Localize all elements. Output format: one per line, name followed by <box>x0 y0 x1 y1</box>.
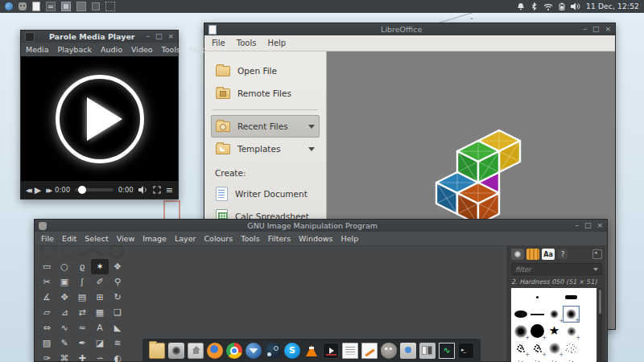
open-file-button[interactable]: Open File <box>211 60 320 82</box>
taskbar-files-app-icon[interactable] <box>5 2 13 10</box>
patterns-tab[interactable] <box>526 249 539 260</box>
dock-chrome[interactable] <box>226 343 242 359</box>
dodge-burn-tool[interactable]: ◐ <box>109 351 126 362</box>
dock-system-monitor[interactable] <box>439 343 455 359</box>
zoom-tool[interactable]: ⚲ <box>109 274 126 290</box>
ink-tool[interactable]: ✑ <box>38 351 56 362</box>
menu-item[interactable]: Tools <box>241 234 259 243</box>
free-select-tool[interactable]: ϱ <box>73 259 91 274</box>
notifications-bell-icon[interactable] <box>517 2 525 10</box>
dock-text-editor[interactable] <box>361 343 378 359</box>
heal-tool[interactable]: ✚ <box>73 351 91 362</box>
wave-tool[interactable]: ≈ <box>73 320 91 335</box>
brush-splatter-05[interactable] <box>563 356 580 362</box>
brush-filter-input[interactable]: filter <box>511 263 602 275</box>
menu-item[interactable]: Tools <box>162 45 180 54</box>
menu-item[interactable]: Audio <box>101 45 122 54</box>
taskbar-image-viewer-icon[interactable] <box>61 2 71 11</box>
airbrush-tool[interactable]: ≋ <box>109 335 126 351</box>
menu-button[interactable] <box>166 186 173 195</box>
dock-parole[interactable] <box>323 343 339 359</box>
brush-acrylic-01[interactable] <box>563 323 580 339</box>
help-tab[interactable]: ? <box>557 249 568 260</box>
dock-menu-button[interactable] <box>592 249 602 259</box>
menu-item[interactable]: File <box>212 39 225 47</box>
gimp-titlebar[interactable]: GNU Image Manipulation Program – □ × <box>35 220 607 232</box>
paths-tool[interactable]: ʃ <box>73 274 91 290</box>
shear-tool[interactable]: ▱ <box>38 305 56 320</box>
dock-firefox[interactable] <box>207 343 223 359</box>
fuzzy-select-tool[interactable]: ✶ <box>91 259 109 274</box>
volume-icon[interactable] <box>571 2 580 10</box>
dock-steam[interactable] <box>265 343 281 359</box>
brush-hardness-025[interactable] <box>546 306 563 323</box>
clone-tool[interactable]: ⌘ <box>56 351 73 362</box>
recent-files-button[interactable]: Recent Files <box>211 115 320 138</box>
seek-slider[interactable] <box>75 188 114 191</box>
menu-item[interactable]: Help <box>341 234 359 243</box>
brush-hardness-075[interactable] <box>512 323 529 339</box>
wifi-icon[interactable] <box>543 3 553 10</box>
cage-transform-tool[interactable]: ▦ <box>91 305 109 320</box>
brush-line[interactable] <box>529 306 546 323</box>
warp-transform-tool[interactable]: ∿ <box>56 320 73 335</box>
brush-acrylic-03[interactable] <box>529 339 546 356</box>
select-by-color-tool[interactable]: ❖ <box>109 259 126 274</box>
dock-home-folder[interactable] <box>188 343 204 359</box>
menu-item[interactable]: Image <box>142 234 167 243</box>
perspective-tool[interactable]: ⊿ <box>56 305 73 320</box>
paintbrush-tool[interactable]: ✒ <box>73 335 91 351</box>
play-pause-button[interactable] <box>35 186 41 195</box>
taskbar-window-small-icon[interactable] <box>92 2 100 10</box>
dock-software-center[interactable] <box>400 343 416 359</box>
eraser-tool[interactable]: ◪ <box>91 335 109 351</box>
maximize-button[interactable]: □ <box>155 33 163 40</box>
remote-files-button[interactable]: Remote Files <box>211 82 320 105</box>
battery-icon[interactable] <box>559 2 565 10</box>
brush-splatter-01[interactable] <box>563 339 580 356</box>
taskbar-document-icon[interactable] <box>32 2 40 11</box>
taskbar-gimp-icon[interactable] <box>19 2 27 10</box>
brush-acrylic-02[interactable] <box>512 339 529 356</box>
brush-block-02[interactable] <box>512 306 529 323</box>
brush-splatter-03[interactable] <box>529 356 546 362</box>
3d-transform-tool[interactable]: ❏ <box>109 305 126 320</box>
parole-titlebar[interactable]: Parole Media Player – □ × <box>21 31 178 43</box>
pencil-tool[interactable]: ✎ <box>56 335 73 351</box>
libreoffice-titlebar[interactable]: LibreOffice – □ × <box>204 23 615 35</box>
menu-item[interactable]: Help <box>189 45 207 54</box>
menu-item[interactable]: Colours <box>204 234 233 243</box>
dock-screenshot[interactable] <box>168 343 184 359</box>
play-button[interactable] <box>56 75 144 163</box>
close-button[interactable]: × <box>605 26 611 33</box>
dock-thunderbird[interactable] <box>246 343 262 359</box>
minimize-button[interactable]: – <box>146 33 150 40</box>
rotate-tool[interactable]: ↻ <box>109 290 126 305</box>
menu-item[interactable]: View <box>117 234 135 243</box>
dock-skype[interactable] <box>284 343 300 359</box>
flip-tool[interactable]: ⇄ <box>73 305 91 320</box>
menu-item[interactable]: Windows <box>299 234 332 243</box>
smudge-tool[interactable]: ∽ <box>91 351 109 362</box>
clock[interactable]: 11 Dec, 12:52 <box>586 2 639 10</box>
menu-item[interactable]: Tools <box>237 39 257 47</box>
brush-splatter-02[interactable] <box>512 356 529 362</box>
crop-tool[interactable]: ⊞ <box>91 290 109 305</box>
gradient-tool[interactable]: ▨ <box>38 335 56 351</box>
volume-icon[interactable] <box>138 186 148 194</box>
ellipse-select-tool[interactable]: ○ <box>56 259 73 274</box>
dock-settings-manager[interactable] <box>419 343 436 359</box>
taskbar-window-icon[interactable] <box>76 2 86 11</box>
brush-pixel[interactable] <box>529 289 546 306</box>
scissors-select-tool[interactable]: ✂ <box>38 274 56 290</box>
maximize-button[interactable]: □ <box>584 222 592 229</box>
dock-file-manager[interactable] <box>149 343 165 359</box>
brush-scrollbar[interactable] <box>598 288 602 362</box>
taskbar-screenshot-icon[interactable] <box>105 2 115 11</box>
menu-item[interactable]: Edit <box>62 234 76 243</box>
menu-item[interactable]: Playback <box>58 45 92 54</box>
close-button[interactable]: × <box>167 33 174 40</box>
brush-acrylic-04[interactable] <box>546 339 563 356</box>
writer-document-button[interactable]: Writer Document <box>211 183 320 205</box>
brush-splatter-04[interactable] <box>546 356 563 362</box>
